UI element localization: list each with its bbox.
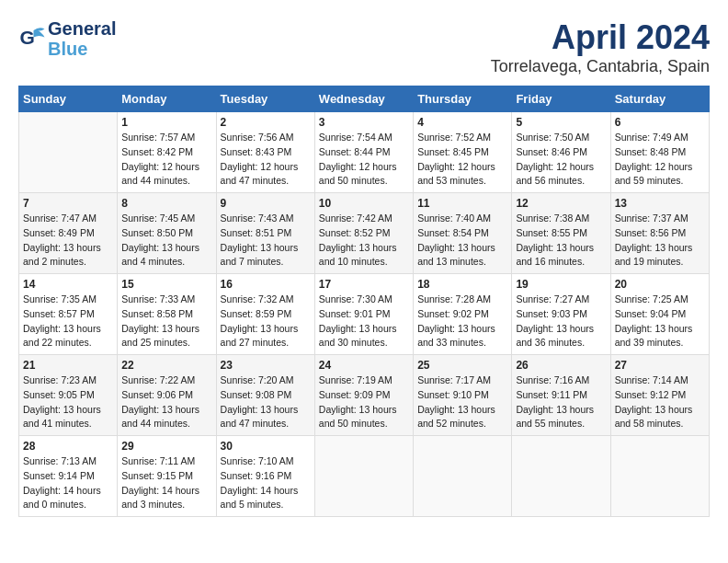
calendar-cell: 12Sunrise: 7:38 AMSunset: 8:55 PMDayligh… (512, 193, 610, 274)
sunrise: Sunrise: 7:47 AM (23, 213, 97, 224)
day-number: 5 (516, 116, 606, 129)
logo-icon: G (18, 25, 46, 52)
sunrise: Sunrise: 7:33 AM (121, 293, 195, 304)
sunset: Sunset: 8:52 PM (319, 227, 391, 238)
calendar-cell: 26Sunrise: 7:16 AMSunset: 9:11 PMDayligh… (512, 355, 610, 436)
calendar-cell: 30Sunrise: 7:10 AMSunset: 9:16 PMDayligh… (216, 436, 314, 517)
sunset: Sunset: 8:46 PM (516, 146, 587, 157)
sunrise: Sunrise: 7:45 AM (121, 213, 195, 224)
cell-content: Sunrise: 7:33 AMSunset: 8:58 PMDaylight:… (121, 293, 211, 350)
calendar-cell: 7Sunrise: 7:47 AMSunset: 8:49 PMDaylight… (19, 193, 118, 274)
sunrise: Sunrise: 7:16 AM (516, 374, 589, 385)
cell-content: Sunrise: 7:49 AMSunset: 8:48 PMDaylight:… (615, 131, 705, 189)
calendar-cell: 25Sunrise: 7:17 AMSunset: 9:10 PMDayligh… (414, 355, 512, 436)
day-number: 20 (615, 278, 705, 291)
calendar-cell: 14Sunrise: 7:35 AMSunset: 8:57 PMDayligh… (19, 274, 118, 355)
day-number: 22 (121, 359, 211, 372)
week-row-3: 14Sunrise: 7:35 AMSunset: 8:57 PMDayligh… (19, 274, 710, 355)
title-block: April 2024 Torrelavega, Cantabria, Spain (491, 18, 710, 76)
cell-content: Sunrise: 7:10 AMSunset: 9:16 PMDaylight:… (221, 454, 311, 512)
day-number: 11 (417, 197, 507, 210)
cell-content: Sunrise: 7:40 AMSunset: 8:54 PMDaylight:… (417, 212, 507, 270)
daylight: Daylight: 13 hours and 44 minutes. (121, 404, 199, 430)
cell-content: Sunrise: 7:42 AMSunset: 8:52 PMDaylight:… (319, 212, 409, 270)
sunset: Sunset: 8:56 PM (615, 227, 687, 238)
day-number: 23 (221, 359, 311, 372)
daylight: Daylight: 12 hours and 56 minutes. (516, 161, 594, 187)
sunrise: Sunrise: 7:56 AM (221, 132, 294, 143)
calendar-cell: 3Sunrise: 7:54 AMSunset: 8:44 PMDaylight… (314, 112, 413, 193)
sunrise: Sunrise: 7:35 AM (23, 293, 97, 304)
daylight: Daylight: 13 hours and 22 minutes. (23, 323, 101, 349)
sunrise: Sunrise: 7:13 AM (23, 455, 97, 466)
subtitle: Torrelavega, Cantabria, Spain (491, 57, 710, 76)
day-number: 24 (319, 359, 409, 372)
sunrise: Sunrise: 7:14 AM (615, 374, 688, 385)
sunset: Sunset: 9:04 PM (615, 308, 687, 319)
calendar-cell: 16Sunrise: 7:32 AMSunset: 8:59 PMDayligh… (216, 274, 314, 355)
cell-content: Sunrise: 7:20 AMSunset: 9:08 PMDaylight:… (221, 373, 311, 431)
daylight: Daylight: 12 hours and 50 minutes. (319, 161, 397, 187)
day-number: 16 (221, 278, 311, 291)
calendar-cell (314, 436, 413, 517)
day-number: 1 (121, 116, 211, 129)
sunset: Sunset: 8:42 PM (121, 146, 193, 157)
cell-content: Sunrise: 7:11 AMSunset: 9:15 PMDaylight:… (121, 454, 211, 512)
calendar-cell: 23Sunrise: 7:20 AMSunset: 9:08 PMDayligh… (216, 355, 314, 436)
daylight: Daylight: 13 hours and 39 minutes. (615, 323, 693, 349)
daylight: Daylight: 13 hours and 25 minutes. (121, 323, 199, 349)
cell-content: Sunrise: 7:28 AMSunset: 9:02 PMDaylight:… (417, 293, 507, 350)
header-cell-monday: Monday (118, 86, 216, 112)
cell-content: Sunrise: 7:14 AMSunset: 9:12 PMDaylight:… (615, 373, 705, 431)
sunrise: Sunrise: 7:57 AM (121, 132, 195, 143)
calendar-cell: 2Sunrise: 7:56 AMSunset: 8:43 PMDaylight… (216, 112, 314, 193)
cell-content: Sunrise: 7:32 AMSunset: 8:59 PMDaylight:… (221, 293, 311, 350)
sunset: Sunset: 9:08 PM (221, 389, 292, 400)
calendar-cell: 5Sunrise: 7:50 AMSunset: 8:46 PMDaylight… (512, 112, 610, 193)
sunset: Sunset: 9:14 PM (23, 470, 95, 481)
sunset: Sunset: 8:50 PM (121, 227, 193, 238)
daylight: Daylight: 13 hours and 52 minutes. (417, 404, 495, 430)
daylight: Daylight: 13 hours and 50 minutes. (319, 404, 397, 430)
cell-content: Sunrise: 7:47 AMSunset: 8:49 PMDaylight:… (23, 212, 113, 270)
day-number: 6 (615, 116, 705, 129)
calendar-cell: 9Sunrise: 7:43 AMSunset: 8:51 PMDaylight… (216, 193, 314, 274)
day-number: 30 (221, 440, 311, 453)
sunrise: Sunrise: 7:43 AM (221, 213, 294, 224)
daylight: Daylight: 12 hours and 53 minutes. (417, 161, 495, 187)
cell-content: Sunrise: 7:16 AMSunset: 9:11 PMDaylight:… (516, 373, 606, 431)
cell-content: Sunrise: 7:27 AMSunset: 9:03 PMDaylight:… (516, 293, 606, 350)
sunrise: Sunrise: 7:32 AM (221, 293, 294, 304)
daylight: Daylight: 13 hours and 7 minutes. (221, 242, 299, 268)
cell-content: Sunrise: 7:23 AMSunset: 9:05 PMDaylight:… (23, 373, 113, 431)
sunset: Sunset: 8:57 PM (23, 308, 95, 319)
calendar-cell: 24Sunrise: 7:19 AMSunset: 9:09 PMDayligh… (314, 355, 413, 436)
cell-content: Sunrise: 7:45 AMSunset: 8:50 PMDaylight:… (121, 212, 211, 270)
day-number: 29 (121, 440, 211, 453)
daylight: Daylight: 13 hours and 30 minutes. (319, 323, 397, 349)
sunset: Sunset: 8:55 PM (516, 227, 587, 238)
sunset: Sunset: 9:01 PM (319, 308, 391, 319)
day-number: 26 (516, 359, 606, 372)
calendar-cell: 13Sunrise: 7:37 AMSunset: 8:56 PMDayligh… (610, 193, 709, 274)
sunset: Sunset: 9:16 PM (221, 470, 292, 481)
calendar-cell: 20Sunrise: 7:25 AMSunset: 9:04 PMDayligh… (610, 274, 709, 355)
sunset: Sunset: 9:15 PM (121, 470, 193, 481)
cell-content: Sunrise: 7:52 AMSunset: 8:45 PMDaylight:… (417, 131, 507, 189)
daylight: Daylight: 14 hours and 3 minutes. (121, 485, 199, 511)
cell-content: Sunrise: 7:22 AMSunset: 9:06 PMDaylight:… (121, 373, 211, 431)
cell-content: Sunrise: 7:25 AMSunset: 9:04 PMDaylight:… (615, 293, 705, 350)
sunrise: Sunrise: 7:28 AM (417, 293, 491, 304)
sunset: Sunset: 9:12 PM (615, 389, 687, 400)
daylight: Daylight: 13 hours and 19 minutes. (615, 242, 693, 268)
sunset: Sunset: 9:11 PM (516, 389, 587, 400)
header-cell-sunday: Sunday (19, 86, 118, 112)
sunrise: Sunrise: 7:10 AM (221, 455, 294, 466)
calendar-cell: 18Sunrise: 7:28 AMSunset: 9:02 PMDayligh… (414, 274, 512, 355)
day-number: 12 (516, 197, 606, 210)
cell-content: Sunrise: 7:50 AMSunset: 8:46 PMDaylight:… (516, 131, 606, 189)
sunrise: Sunrise: 7:49 AM (615, 132, 688, 143)
sunrise: Sunrise: 7:20 AM (221, 374, 294, 385)
calendar-cell: 11Sunrise: 7:40 AMSunset: 8:54 PMDayligh… (414, 193, 512, 274)
daylight: Daylight: 13 hours and 13 minutes. (417, 242, 495, 268)
